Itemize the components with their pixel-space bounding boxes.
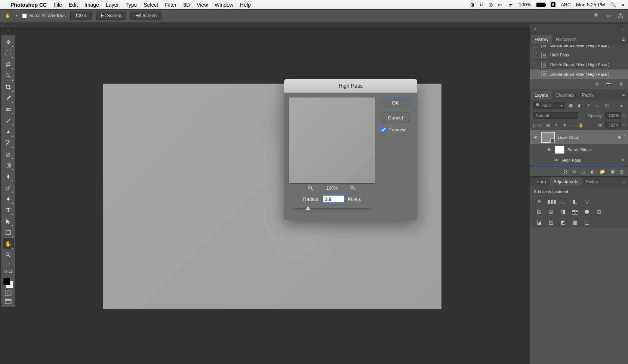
history-panel-menu-icon[interactable]: ≡	[620, 37, 627, 43]
scroll-all-windows-checkbox[interactable]: Scroll All Windows	[22, 13, 66, 18]
selective-color-icon[interactable]: ◫	[583, 219, 591, 225]
zoom-tool[interactable]	[3, 249, 14, 261]
filter-type-icon[interactable]: T	[585, 102, 592, 109]
lock-transparent-icon[interactable]: ▦	[545, 122, 551, 128]
color-lookup-icon[interactable]: ⊞	[595, 209, 603, 215]
share-icon[interactable]	[617, 12, 624, 19]
history-toggle[interactable]	[533, 72, 538, 77]
eraser-tool[interactable]	[3, 149, 14, 160]
tab-overflow-icon[interactable]: »	[1, 24, 3, 27]
layer-group-icon[interactable]: 📁	[600, 169, 605, 174]
clone-stamp-tool[interactable]	[3, 126, 14, 137]
adjustment-layer-icon[interactable]: ◐	[591, 169, 594, 174]
tab-adjustments[interactable]: Adjustments	[550, 177, 582, 186]
fit-screen-button[interactable]: Fit Screen	[96, 12, 126, 20]
tab-history[interactable]: History	[531, 35, 552, 44]
menu-edit[interactable]: Edit	[69, 2, 78, 8]
zoom-level-button[interactable]: 100%	[70, 12, 92, 20]
layer-mask-icon[interactable]: ◻	[582, 169, 585, 174]
history-state[interactable]: ▤ Delete Smart Filter ( High Pass )	[530, 60, 628, 69]
history-brush-tool[interactable]	[3, 137, 14, 149]
dropbox-icon[interactable]: ⠿	[480, 2, 483, 7]
new-layer-icon[interactable]: ▣	[610, 169, 615, 174]
tool-preset-dropdown[interactable]: ▾	[16, 14, 18, 18]
preview-checkbox-input[interactable]	[381, 127, 386, 133]
invert-icon[interactable]: ◪	[535, 219, 543, 225]
lock-position-icon[interactable]: ✥	[561, 122, 567, 128]
gradient-map-icon[interactable]: ▩	[571, 219, 579, 225]
radius-slider-thumb[interactable]	[306, 206, 310, 210]
marquee-tool[interactable]	[3, 48, 14, 59]
layer-row[interactable]: 👁 Layer Copy ◉˄	[530, 130, 628, 144]
quick-select-tool[interactable]	[3, 70, 14, 81]
vibrance-icon[interactable]: ▽	[583, 198, 591, 204]
history-toggle[interactable]	[533, 45, 538, 48]
panel-close-icon[interactable]: ×	[532, 27, 538, 31]
path-selection-tool[interactable]	[3, 216, 14, 227]
wifi-icon[interactable]	[508, 3, 514, 7]
black-white-icon[interactable]: ◨	[559, 209, 567, 215]
layers-panel-menu-icon[interactable]: ≡	[620, 92, 627, 98]
filter-smartobject-icon[interactable]: ◫	[603, 102, 610, 109]
layer-name[interactable]: Layer Copy	[558, 135, 579, 140]
tool-preset-icon[interactable]: ✋	[4, 13, 11, 18]
cancel-button[interactable]: Cancel	[381, 112, 410, 123]
search-icon[interactable]: 🔍	[593, 12, 600, 19]
menu-type[interactable]: Type	[126, 2, 137, 8]
radius-slider[interactable]	[293, 205, 371, 212]
workspace-switcher-icon[interactable]: ▭	[605, 12, 612, 19]
menu-select[interactable]: Select	[144, 2, 158, 8]
create-document-from-state-icon[interactable]: ⎘	[596, 82, 598, 87]
filter-mask-thumbnail[interactable]	[555, 146, 564, 154]
airplay-icon[interactable]: ▭	[498, 2, 502, 7]
toolbox-collapse-icon[interactable]: »	[7, 29, 9, 34]
link-layers-icon[interactable]: ⛓	[563, 169, 568, 174]
menu-image[interactable]: Image	[84, 2, 99, 8]
hue-saturation-icon[interactable]: ▤	[535, 209, 543, 215]
lasso-tool[interactable]	[3, 59, 14, 70]
lock-image-icon[interactable]: ✎	[553, 122, 559, 128]
fill-input[interactable]: 100%	[605, 122, 621, 128]
color-balance-icon[interactable]: ⚖	[547, 209, 555, 215]
menu-window[interactable]: Window	[215, 2, 233, 8]
layer-visibility-icon[interactable]: 👁	[532, 135, 538, 140]
layer-filter-type[interactable]: 🔍Kind▾	[533, 102, 565, 109]
tab-paths[interactable]: Paths	[578, 91, 597, 100]
zoom-out-icon[interactable]	[308, 185, 314, 191]
filter-name[interactable]: High Pass	[562, 158, 581, 162]
opacity-input[interactable]: 100%	[605, 112, 621, 119]
battery-icon[interactable]	[536, 3, 545, 7]
menu-help[interactable]: Help	[240, 2, 251, 8]
filter-shape-icon[interactable]: ▱	[594, 102, 601, 109]
history-state[interactable]: ▤ Delete Smart Filter ( High Pass )	[530, 45, 628, 50]
smart-filters-visibility-icon[interactable]: 👁	[546, 147, 552, 152]
brush-tool[interactable]	[3, 115, 14, 126]
layer-collapse-icon[interactable]: ˄	[624, 135, 626, 140]
dialog-titlebar[interactable]: High Pass	[284, 79, 417, 93]
delete-state-icon[interactable]: 🗑	[619, 82, 624, 87]
menu-layer[interactable]: Layer	[106, 2, 119, 8]
lock-artboard-icon[interactable]: ▭	[570, 122, 576, 128]
create-snapshot-icon[interactable]: 📷	[606, 82, 612, 87]
filter-effects-toggle-icon[interactable]: ◉	[618, 135, 621, 140]
app-name[interactable]: Photoshop CC	[10, 2, 47, 8]
spotlight-icon[interactable]: 🔍	[610, 2, 616, 7]
move-tool[interactable]: ✥	[3, 37, 14, 48]
tab-histogram[interactable]: Histogram	[552, 35, 580, 44]
filter-visibility-icon[interactable]: 👁	[553, 158, 559, 162]
clock[interactable]: Mon 5:25 PM	[576, 2, 605, 7]
eyedropper-tool[interactable]	[3, 93, 14, 104]
healing-brush-tool[interactable]	[3, 104, 14, 115]
channel-mixer-icon[interactable]: ⬢	[583, 209, 591, 215]
input-source-label[interactable]: ABC	[561, 2, 571, 7]
threshold-icon[interactable]: ◩	[559, 219, 567, 225]
menu-3d[interactable]: 3D	[183, 2, 190, 8]
screen-mode-icon[interactable]	[3, 297, 14, 305]
scroll-all-windows-input[interactable]	[22, 13, 27, 18]
filter-adjustment-icon[interactable]: ◐	[576, 102, 583, 109]
history-state[interactable]: ▤ Delete Smart Filter ( High Pass )	[530, 69, 628, 79]
posterize-icon[interactable]: ▨	[547, 219, 555, 225]
lock-all-icon[interactable]: 🔒	[578, 122, 584, 128]
crop-tool[interactable]	[3, 81, 14, 93]
type-tool[interactable]: T	[3, 205, 14, 216]
